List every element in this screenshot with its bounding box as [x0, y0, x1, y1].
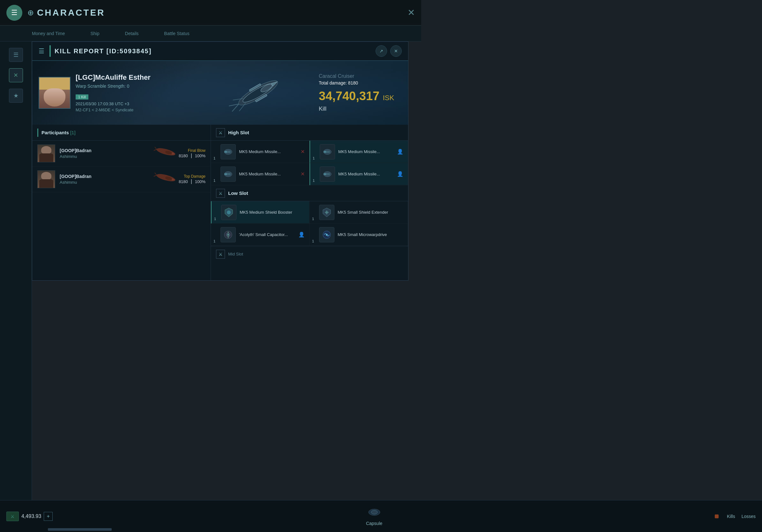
high-slot-section: ⚔ High Slot 1 MK5 Medium Missile... ✕ — [211, 125, 408, 185]
module-name: MK5 Medium Missile... — [239, 149, 301, 154]
participants-panel: Participants [1] [GOOP]Badran Ashimmu — [32, 125, 211, 280]
kr-close-button[interactable]: ✕ — [390, 45, 402, 57]
avatar-face — [39, 78, 70, 108]
low-slot-title: Low Slot — [228, 190, 248, 196]
kr-accent-bar — [49, 45, 51, 57]
participant-item[interactable]: [GOOP]Badran Ashimmu Final Blow — [32, 141, 211, 166]
kr-menu-icon: ☰ — [38, 47, 44, 55]
pilot-warp-scramble: Warp Scramble Strength: 0 — [76, 84, 151, 89]
participants-count: [1] — [70, 130, 76, 135]
app-title: CHARACTER — [37, 8, 105, 18]
participant-damage-pct: 8180 | 100% — [179, 179, 205, 184]
avatar-img — [38, 170, 55, 188]
module-icon — [320, 144, 335, 160]
high-slot-header: ⚔ High Slot — [211, 125, 408, 141]
module-icon — [221, 205, 236, 220]
participant-top-damage: Top Damage — [179, 174, 205, 179]
participants-title: Participants — [41, 130, 69, 135]
mid-slot-icon: ⚔ — [216, 250, 225, 259]
tab-details[interactable]: Details — [125, 30, 139, 37]
sidebar-menu-icon[interactable]: ☰ — [9, 48, 23, 62]
module-status-destroy: ✕ — [301, 171, 305, 177]
module-item[interactable]: 1 MK5 Medium Shield Booster — [211, 201, 310, 224]
module-qty: 1 — [213, 156, 215, 160]
module-qty: 1 — [313, 156, 315, 160]
module-item[interactable]: 1 MK5 Medium Missile... ✕ — [211, 163, 310, 185]
avatar-body — [39, 179, 53, 188]
module-icon — [320, 166, 335, 182]
module-item[interactable]: 1 'Acolyth' Small Capacitor... 👤 — [211, 224, 310, 246]
menu-icon: ☰ — [11, 9, 18, 17]
panel-accent — [37, 129, 38, 137]
module-status-destroy: ✕ — [301, 149, 305, 155]
ship-class: Caracal Cruiser — [319, 73, 402, 79]
total-damage: Total damage: 8180 — [319, 80, 402, 86]
sidebar-close-icon[interactable]: ✕ — [9, 68, 23, 82]
high-slot-title: High Slot — [228, 130, 249, 135]
module-name: MK5 Medium Missile... — [338, 171, 397, 176]
module-name: MK5 Medium Shield Booster — [240, 210, 305, 215]
ship-image-area — [210, 61, 306, 125]
nav-tabs: Money and Time Ship Details Battle Statu… — [0, 26, 421, 41]
module-qty: 1 — [214, 217, 216, 221]
svg-rect-23 — [224, 151, 227, 153]
avatar-body — [39, 154, 53, 162]
module-name: MK5 Medium Missile... — [239, 171, 301, 176]
isk-amount: 34,740,317 — [319, 89, 379, 103]
kr-title: KILL REPORT [ID:5093845] — [54, 47, 152, 55]
module-icon — [319, 205, 335, 220]
high-slot-modules: 1 MK5 Medium Missile... ✕ 1 MK5 Mediu — [211, 141, 408, 185]
participant-avatar — [37, 170, 55, 188]
avatar-face-detail — [44, 88, 65, 107]
svg-rect-27 — [324, 151, 326, 153]
module-qty: 1 — [213, 239, 215, 243]
isk-label: ISK — [383, 94, 394, 102]
module-item[interactable]: 1 MK5 Small Shield Extender — [310, 201, 408, 224]
kill-type: Kill — [319, 105, 402, 112]
module-icon — [220, 166, 236, 182]
module-item[interactable]: 1 MK5 Small Microwarpdrive — [310, 224, 408, 246]
module-status-pilot: 👤 — [397, 149, 403, 155]
avatar-hair — [39, 78, 70, 90]
sidebar-star-icon[interactable]: ★ — [9, 89, 23, 103]
participant-stats: Top Damage 8180 | 100% — [179, 174, 205, 184]
module-item[interactable]: 1 MK5 Medium Missile... 👤 — [310, 163, 408, 185]
module-name: MK5 Medium Missile... — [338, 149, 397, 154]
svg-rect-31 — [224, 173, 227, 175]
isk-value-line: 34,740,317 ISK — [319, 89, 402, 103]
ship-svg — [217, 67, 300, 118]
module-icon — [220, 227, 236, 242]
svg-rect-35 — [324, 173, 326, 175]
tab-battle-status[interactable]: Battle Status — [164, 30, 189, 37]
close-button-top[interactable]: ✕ — [408, 7, 415, 18]
high-slot-icon: ⚔ — [216, 128, 225, 137]
kill-badge: 1 Kill — [76, 95, 88, 100]
module-qty: 1 — [312, 217, 314, 221]
tab-money-and-time[interactable]: Money and Time — [32, 30, 65, 37]
svg-line-18 — [154, 172, 157, 175]
svg-point-38 — [227, 211, 231, 214]
sidebar: ☰ ✕ ★ — [0, 41, 32, 297]
mid-slot-label: Mid Slot — [228, 252, 243, 256]
more-slots-indicator: ⚔ Mid Slot — [211, 246, 408, 262]
module-item[interactable]: 1 MK5 Medium Missile... 👤 — [310, 141, 408, 163]
module-qty: 1 — [313, 179, 315, 182]
avatar-img — [38, 145, 55, 162]
pilot-name: [LGC]McAuliffe Esther — [76, 73, 151, 82]
kr-export-button[interactable]: ↗ — [376, 45, 387, 57]
participant-damage-pct: 8180 | 100% — [179, 153, 205, 159]
participant-final-blow: Final Blow — [179, 148, 205, 153]
svg-point-52 — [326, 234, 328, 236]
kill-location: M2-CF1 < 2-M6DE < Syndicate — [76, 107, 151, 112]
svg-point-49 — [228, 234, 229, 235]
participants-header: Participants [1] — [32, 125, 211, 141]
tab-ship[interactable]: Ship — [91, 30, 100, 37]
module-name: MK5 Small Shield Extender — [338, 210, 403, 215]
menu-button[interactable]: ☰ — [6, 5, 22, 21]
avatar-head — [41, 172, 51, 179]
module-item[interactable]: 1 MK5 Medium Missile... ✕ — [211, 141, 310, 163]
top-bar: ☰ ⊕ CHARACTER ✕ — [0, 0, 421, 26]
module-icon — [220, 144, 236, 160]
kill-stats: Caracal Cruiser Total damage: 8180 34,74… — [312, 61, 408, 125]
participant-item[interactable]: [GOOP]Badran Ashimmu Top Damage 81 — [32, 166, 211, 192]
